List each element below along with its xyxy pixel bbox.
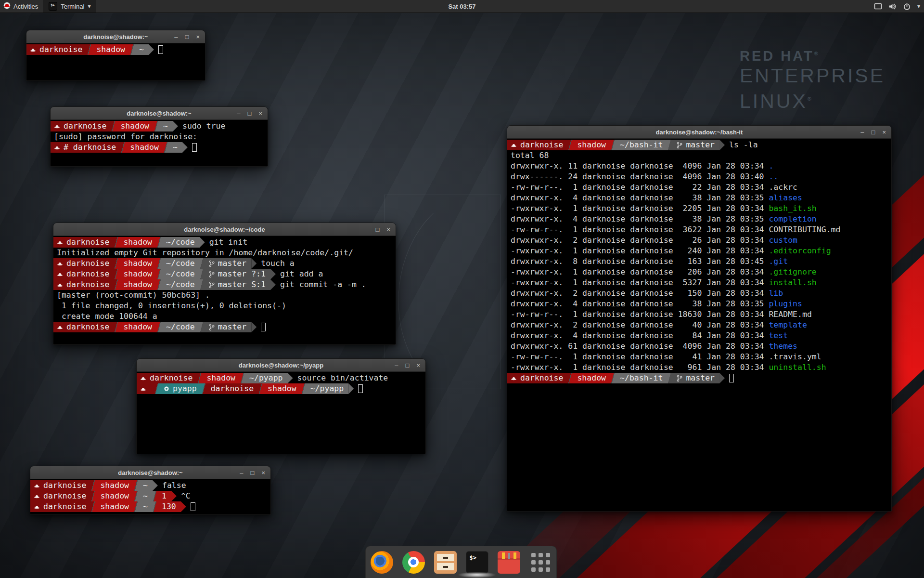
terminal-body[interactable]: darknoiseshadow~ — [26, 43, 205, 80]
file-row-meta: drwxrwxr-x. 2 darknoise darknoise 26 Jan… — [507, 235, 769, 246]
prompt-segment-venv: pyapp — [159, 383, 202, 394]
system-menu-chevron-icon[interactable]: ▾ — [917, 3, 920, 10]
terminal-line: drwx------. 24 darknoise darknoise 4096 … — [507, 171, 891, 182]
segment-text: master — [686, 140, 715, 150]
prompt-segment-git: master — [672, 373, 719, 383]
hat-icon — [140, 375, 146, 381]
power-icon[interactable] — [903, 2, 911, 11]
display-icon[interactable] — [874, 2, 882, 10]
file-name: .git — [769, 256, 788, 267]
terminal-line: -rwxrwxr-x. 1 darknoise darknoise 240 Ja… — [507, 246, 891, 256]
close-button[interactable]: × — [416, 362, 420, 368]
file-name: CONTRIBUTING.md — [769, 224, 840, 235]
minimize-button[interactable]: – — [240, 470, 243, 476]
titlebar[interactable]: darknoise@shadow:~/bash-it –□× — [507, 126, 891, 139]
minimize-button[interactable]: – — [237, 110, 240, 117]
segment-text: shadow — [100, 491, 129, 501]
segment-text: shadow — [268, 383, 296, 394]
terminal-window-home-1[interactable]: darknoise@shadow:~ –□× darknoiseshadow~ — [26, 30, 205, 81]
dock-icon-firefox[interactable] — [371, 551, 393, 574]
terminal-window-sudo[interactable]: darknoise@shadow:~ –□× darknoiseshadow~s… — [50, 106, 268, 167]
terminal-window-bash-it[interactable]: darknoise@shadow:~/bash-it –□× darknoise… — [507, 125, 892, 512]
dock-icon-app-grid[interactable] — [529, 551, 552, 574]
segment-separator — [157, 322, 161, 332]
segment-text: # darknoise — [64, 142, 116, 153]
maximize-button[interactable]: □ — [406, 362, 410, 368]
prompt-segment-user: darknoise — [51, 121, 111, 131]
segment-arrow-icon — [181, 501, 186, 512]
close-button[interactable]: × — [386, 226, 390, 233]
dock-icon-toolbox[interactable] — [498, 551, 520, 574]
prompt-segment-git: master ?:1 — [204, 269, 270, 279]
segment-text: shadow — [130, 142, 159, 153]
maximize-button[interactable]: □ — [872, 129, 875, 135]
hat-icon — [511, 375, 517, 381]
segment-text: ~/code — [166, 322, 195, 332]
titlebar[interactable]: darknoise@shadow:~ –□× — [30, 466, 270, 479]
prompt-segment-git: master S:1 — [204, 279, 270, 290]
file-name: bash_it.sh — [769, 203, 816, 214]
segment-separator — [611, 140, 615, 150]
app-menu-terminal[interactable]: $> Terminal ▾ — [43, 0, 96, 13]
close-button[interactable]: × — [196, 34, 200, 40]
maximize-button[interactable]: □ — [251, 470, 255, 476]
titlebar[interactable]: darknoise@shadow:~/code –□× — [53, 223, 396, 236]
close-button[interactable]: × — [882, 129, 886, 135]
maximize-button[interactable]: □ — [185, 34, 189, 40]
activities-button[interactable]: Activities — [0, 0, 43, 13]
segment-separator — [611, 373, 615, 383]
terminal-line: drwxrwxr-x. 4 darknoise darknoise 38 Jan… — [507, 214, 891, 224]
terminal-line: darknoiseshadow~false — [30, 480, 270, 491]
dock-icon-files[interactable] — [434, 551, 457, 574]
prompt-segment-host: shadow — [118, 279, 157, 290]
branch-icon — [677, 375, 682, 382]
maximize-button[interactable]: □ — [248, 110, 252, 117]
minimize-button[interactable]: – — [365, 226, 368, 233]
hat-icon — [54, 123, 60, 130]
segment-separator — [114, 237, 118, 248]
clock[interactable]: Sat 03:57 — [448, 3, 475, 10]
segment-text: shadow — [96, 44, 125, 55]
command-text: ^C — [181, 491, 191, 501]
maximize-button[interactable]: □ — [376, 226, 380, 233]
terminal-body[interactable]: darknoiseshadow~/pyappsource bin/activat… — [137, 372, 425, 454]
segment-text: darknoise — [39, 44, 82, 55]
prompt-segment-host: shadow — [118, 322, 157, 332]
segment-arrow-icon — [270, 269, 276, 279]
close-button[interactable]: × — [258, 110, 262, 117]
terminal-body[interactable]: darknoiseshadow~sudo true[sudo] password… — [51, 120, 268, 166]
segment-separator — [91, 480, 95, 491]
titlebar[interactable]: darknoise@shadow:~ –□× — [51, 107, 268, 120]
segment-separator — [157, 279, 161, 290]
segment-separator — [91, 491, 95, 501]
segment-separator — [87, 44, 91, 55]
hat-icon — [54, 144, 60, 151]
terminal-body[interactable]: darknoiseshadow~falsedarknoiseshadow~1^C… — [30, 479, 270, 514]
prompt-segment-user: darknoise — [137, 373, 197, 383]
terminal-window-pyapp[interactable]: darknoise@shadow:~/pyapp –□× darknoisesh… — [136, 358, 426, 454]
segment-text: darknoise — [520, 140, 563, 150]
hat-icon — [34, 504, 40, 510]
terminal-window-home-2[interactable]: darknoise@shadow:~ –□× darknoiseshadow~f… — [30, 466, 271, 515]
minimize-button[interactable]: – — [860, 129, 864, 135]
terminal-line: pyappdarknoiseshadow~/pyapp — [137, 383, 425, 394]
output-text: [sudo] password for darknoise: — [51, 131, 197, 142]
file-row-meta: -rwxrwxr-x. 1 darknoise darknoise 961 Ja… — [507, 362, 769, 373]
terminal-body[interactable]: darknoiseshadow~/bash-itmasterls -latota… — [507, 139, 891, 511]
segment-text: ~/pyapp — [310, 383, 344, 394]
prompt-segment-path: ~ — [138, 480, 153, 491]
volume-icon[interactable] — [888, 2, 897, 11]
terminal-cursor — [191, 502, 195, 511]
prompt-segment-path: ~/code — [161, 258, 200, 269]
segment-separator — [134, 501, 138, 512]
dock-icon-chrome[interactable] — [402, 551, 425, 574]
dock-icon-terminal[interactable]: $> — [466, 551, 488, 574]
terminal-body[interactable]: darknoiseshadow~/codegit initInitialized… — [53, 236, 396, 344]
close-button[interactable]: × — [261, 470, 265, 476]
titlebar[interactable]: darknoise@shadow:~/pyapp –□× — [137, 359, 425, 372]
titlebar[interactable]: darknoise@shadow:~ –□× — [26, 30, 205, 43]
minimize-button[interactable]: – — [174, 34, 178, 40]
terminal-window-code[interactable]: darknoise@shadow:~/code –□× darknoisesha… — [53, 223, 396, 345]
minimize-button[interactable]: – — [395, 362, 398, 368]
segment-separator — [568, 140, 572, 150]
